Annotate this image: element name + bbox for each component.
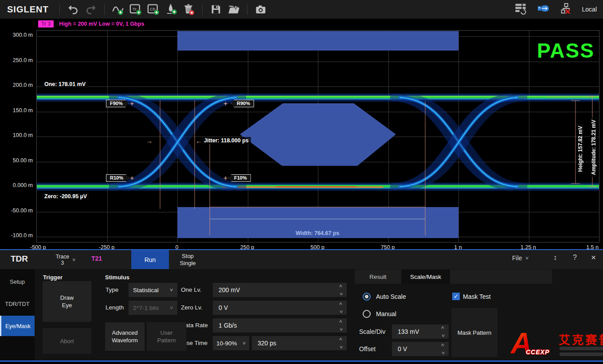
offset-value: 0 V bbox=[392, 345, 437, 352]
trigger-group-title: Trigger bbox=[43, 274, 63, 281]
x-tick-label: -250 p bbox=[87, 244, 127, 249]
sidebar-item-setup[interactable]: Setup bbox=[0, 271, 35, 292]
zero-level-annotation: Zero: -200.95 µV bbox=[42, 193, 89, 200]
length-value: 2^7-1 bits bbox=[133, 305, 159, 311]
data-rate-field[interactable]: 1 Gb/s >> bbox=[213, 318, 347, 333]
type-dropdown[interactable]: Statistical > bbox=[129, 283, 177, 297]
x-tick-label: -500 p bbox=[30, 244, 70, 249]
length-label: Length bbox=[106, 304, 124, 311]
marker-tag-f90: F90% bbox=[106, 100, 129, 107]
screenshot-icon[interactable] bbox=[252, 2, 270, 17]
watermark-blurred-line bbox=[560, 347, 603, 350]
trace-selector-label: Trace 3 bbox=[56, 254, 69, 266]
manual-radio[interactable] bbox=[363, 310, 371, 318]
stimulus-group-title: Stimulus bbox=[105, 274, 129, 281]
add-waveform-icon[interactable] bbox=[109, 2, 127, 17]
x-tick-label: 750 p bbox=[368, 244, 408, 249]
file-menu[interactable]: File > bbox=[512, 254, 529, 262]
spinner-down-icon[interactable]: > bbox=[441, 352, 445, 354]
tab-result[interactable]: Result bbox=[355, 270, 401, 284]
eye-diagram-svg: → ← + + + + bbox=[37, 31, 599, 242]
rise-range-dropdown[interactable]: 10-90% > bbox=[213, 336, 249, 350]
add-trace-icon[interactable]: Tr bbox=[127, 2, 145, 17]
spinner-down-icon[interactable]: > bbox=[339, 328, 343, 331]
usb-icon bbox=[537, 4, 550, 15]
x-tick-label: 1.5 n bbox=[563, 244, 599, 249]
close-icon[interactable]: × bbox=[591, 253, 596, 262]
type-value: Statistical bbox=[133, 287, 159, 294]
zero-level-field[interactable]: 0 V >> bbox=[213, 301, 347, 315]
layout-sync-icon[interactable] bbox=[514, 2, 527, 16]
x-tick-label: 1.25 n bbox=[509, 244, 548, 249]
control-panel: TDR Trace 3 > T21 Run Stop Single File >… bbox=[0, 249, 603, 364]
toolbar-separator bbox=[202, 4, 203, 15]
y-tick-label: 100.0 m bbox=[2, 132, 33, 138]
auto-scale-radio[interactable] bbox=[363, 293, 371, 301]
run-button[interactable]: Run bbox=[131, 250, 169, 269]
trace-stimulus-summary: High = 200 mV Low = 0V, 1 Gbps bbox=[59, 21, 144, 27]
mask-pattern-button[interactable]: Mask Pattern bbox=[451, 308, 497, 357]
scope-area: Tr 3 High = 200 mV Low = 0V, 1 Gbps bbox=[0, 19, 603, 249]
draw-eye-button[interactable]: Draw Eye bbox=[43, 281, 91, 322]
watermark-chinese-text: 艾克赛普 bbox=[559, 331, 603, 347]
add-channel-icon[interactable]: Ch bbox=[145, 2, 162, 17]
one-level-field[interactable]: 200 mV >> bbox=[213, 283, 347, 297]
save-icon[interactable] bbox=[207, 2, 225, 17]
delete-icon[interactable] bbox=[180, 2, 198, 17]
advanced-waveform-button[interactable]: Advanced Waveform bbox=[105, 322, 145, 351]
spinner-up-icon[interactable]: > bbox=[339, 320, 343, 323]
user-pattern-button[interactable]: User Pattern bbox=[147, 322, 186, 351]
help-icon[interactable]: ? bbox=[573, 254, 577, 262]
one-level-label: One Lv. bbox=[181, 286, 201, 293]
open-icon[interactable] bbox=[225, 2, 243, 17]
marker-tag-f10: F10% bbox=[228, 174, 251, 182]
offset-field[interactable]: 0 V >> bbox=[392, 342, 449, 356]
plot-canvas[interactable]: → ← + + + + F90% R90% R10% F10% One: 178… bbox=[36, 30, 599, 243]
y-tick-label: 250.0 m bbox=[2, 57, 33, 63]
mask-test-checkbox[interactable]: ✓ bbox=[452, 293, 460, 300]
zero-level-label: Zero Lv. bbox=[181, 304, 203, 311]
lan-disconnected-icon bbox=[560, 2, 572, 16]
spinner-up-icon[interactable]: > bbox=[441, 344, 445, 346]
scale-div-label: Scale/Div bbox=[359, 328, 385, 335]
one-level-annotation: One: 178.01 mV bbox=[42, 81, 88, 88]
y-tick-label: 150.0 m bbox=[2, 107, 33, 114]
mask-test-result: PASS bbox=[537, 39, 595, 63]
spinner-up-icon[interactable]: > bbox=[339, 338, 343, 341]
toolbar-separator bbox=[104, 4, 105, 15]
abort-button[interactable]: Abort bbox=[43, 328, 91, 354]
expand-panel-icon[interactable]: ↕ bbox=[553, 254, 557, 262]
spinner-down-icon[interactable]: > bbox=[441, 334, 445, 337]
svg-text:+: + bbox=[130, 100, 134, 107]
accexp-watermark: A CCEXP 艾克赛普 bbox=[509, 328, 603, 360]
length-dropdown[interactable]: 2^7-1 bits > bbox=[129, 301, 177, 315]
sidebar-item-tdr-tdt[interactable]: TDR/TDT bbox=[0, 294, 35, 314]
scale-div-field[interactable]: 133 mV >> bbox=[392, 325, 449, 339]
type-label: Type bbox=[106, 286, 118, 293]
redo-icon[interactable] bbox=[82, 2, 100, 17]
trace-selector[interactable]: Trace 3 > bbox=[48, 251, 83, 268]
watermark-logo-text: CCEXP bbox=[526, 348, 549, 356]
rise-range-value: 10-90% bbox=[216, 340, 237, 347]
chevron-down-icon: > bbox=[242, 342, 247, 344]
rise-time-field[interactable]: 320 ps >> bbox=[252, 336, 347, 350]
rise-time-value: 320 ps bbox=[252, 340, 335, 347]
sidebar-item-eye-mask[interactable]: Eye/Mask bbox=[0, 316, 35, 336]
add-marker-icon[interactable] bbox=[162, 2, 180, 17]
spinner-up-icon[interactable]: > bbox=[441, 326, 445, 329]
undo-icon[interactable] bbox=[64, 2, 82, 17]
spinner-up-icon[interactable]: > bbox=[339, 302, 343, 305]
chevron-down-icon: > bbox=[71, 258, 77, 261]
x-tick-label: 250 p bbox=[227, 244, 267, 249]
chevron-down-icon: > bbox=[169, 306, 174, 309]
spinner-down-icon[interactable]: > bbox=[339, 310, 343, 313]
spinner-down-icon[interactable]: > bbox=[339, 293, 343, 295]
y-tick-label: -50.00 m bbox=[2, 207, 33, 214]
spinner-up-icon[interactable]: > bbox=[339, 285, 343, 287]
toolbar-separator bbox=[247, 4, 247, 15]
tab-scale-mask[interactable]: Scale/Mask bbox=[401, 270, 450, 284]
connection-status: Local bbox=[582, 6, 597, 13]
spinner-down-icon[interactable]: > bbox=[339, 346, 343, 348]
panel-header: TDR Trace 3 > T21 Run Stop Single File >… bbox=[0, 250, 603, 269]
stop-single-button[interactable]: Stop Single bbox=[169, 250, 207, 269]
